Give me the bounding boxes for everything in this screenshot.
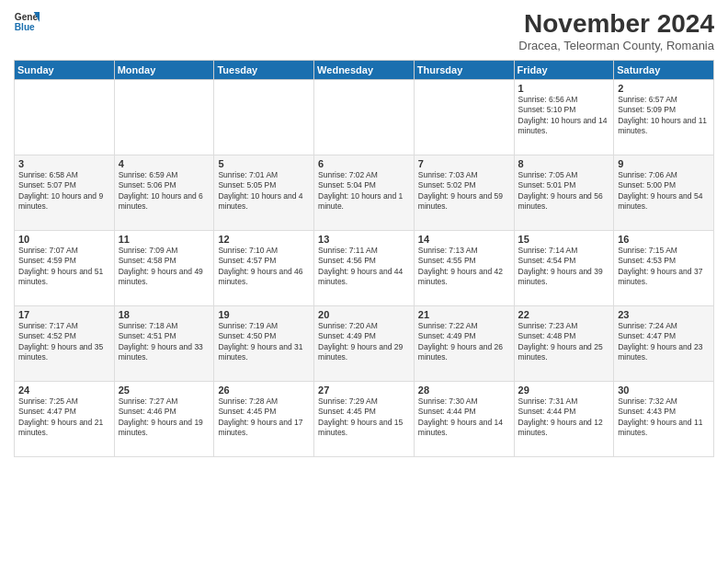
day-number: 13	[318, 234, 410, 245]
day-number: 4	[119, 158, 210, 169]
day-info: Sunrise: 7:11 AM Sunset: 4:56 PM Dayligh…	[318, 246, 410, 288]
day-number: 8	[518, 158, 610, 169]
day-info: Sunrise: 6:58 AM Sunset: 5:07 PM Dayligh…	[18, 170, 110, 213]
calendar-cell: 29Sunrise: 7:31 AM Sunset: 4:44 PM Dayli…	[514, 382, 614, 457]
day-number: 18	[119, 309, 210, 320]
day-number: 1	[518, 83, 610, 94]
calendar-week-2: 3Sunrise: 6:58 AM Sunset: 5:07 PM Daylig…	[15, 155, 714, 231]
calendar-cell: 28Sunrise: 7:30 AM Sunset: 4:44 PM Dayli…	[414, 382, 514, 457]
calendar-cell: 17Sunrise: 7:17 AM Sunset: 4:52 PM Dayli…	[15, 306, 115, 382]
page: General Blue November 2024 Dracea, Teleo…	[0, 0, 728, 563]
calendar-cell: 2Sunrise: 6:57 AM Sunset: 5:09 PM Daylig…	[614, 80, 714, 155]
day-number: 14	[418, 234, 510, 245]
header-sunday: Sunday	[15, 61, 115, 80]
logo-icon: General Blue	[14, 9, 40, 35]
day-info: Sunrise: 7:32 AM Sunset: 4:43 PM Dayligh…	[618, 396, 710, 439]
day-number: 2	[618, 83, 710, 94]
calendar-cell: 7Sunrise: 7:03 AM Sunset: 5:02 PM Daylig…	[414, 155, 514, 231]
day-number: 22	[518, 309, 610, 320]
day-info: Sunrise: 7:27 AM Sunset: 4:46 PM Dayligh…	[119, 396, 210, 439]
header-saturday: Saturday	[614, 61, 714, 80]
day-number: 24	[18, 385, 110, 396]
calendar-cell: 26Sunrise: 7:28 AM Sunset: 4:45 PM Dayli…	[214, 382, 314, 457]
calendar-cell	[414, 80, 514, 155]
day-number: 21	[418, 309, 510, 320]
month-title: November 2024	[518, 9, 714, 39]
day-info: Sunrise: 7:05 AM Sunset: 5:01 PM Dayligh…	[518, 170, 610, 213]
day-info: Sunrise: 7:20 AM Sunset: 4:49 PM Dayligh…	[318, 321, 410, 363]
day-number: 9	[618, 158, 710, 169]
day-info: Sunrise: 6:56 AM Sunset: 5:10 PM Dayligh…	[518, 95, 610, 137]
day-number: 15	[518, 234, 610, 245]
day-info: Sunrise: 7:07 AM Sunset: 4:59 PM Dayligh…	[18, 246, 110, 288]
header-monday: Monday	[114, 61, 214, 80]
day-info: Sunrise: 7:23 AM Sunset: 4:48 PM Dayligh…	[518, 321, 610, 363]
day-number: 29	[518, 385, 610, 396]
day-info: Sunrise: 6:57 AM Sunset: 5:09 PM Dayligh…	[618, 95, 710, 137]
calendar-cell: 22Sunrise: 7:23 AM Sunset: 4:48 PM Dayli…	[514, 306, 614, 382]
header-wednesday: Wednesday	[314, 61, 415, 80]
day-number: 25	[119, 385, 210, 396]
day-info: Sunrise: 7:15 AM Sunset: 4:53 PM Dayligh…	[618, 246, 710, 288]
day-info: Sunrise: 7:02 AM Sunset: 5:04 PM Dayligh…	[318, 170, 410, 213]
day-info: Sunrise: 7:09 AM Sunset: 4:58 PM Dayligh…	[119, 246, 210, 288]
subtitle: Dracea, Teleorman County, Romania	[518, 39, 714, 52]
calendar-cell: 19Sunrise: 7:19 AM Sunset: 4:50 PM Dayli…	[214, 306, 314, 382]
day-number: 6	[318, 158, 410, 169]
day-info: Sunrise: 7:06 AM Sunset: 5:00 PM Dayligh…	[618, 170, 710, 213]
calendar-week-5: 24Sunrise: 7:25 AM Sunset: 4:47 PM Dayli…	[15, 382, 714, 457]
calendar-cell: 8Sunrise: 7:05 AM Sunset: 5:01 PM Daylig…	[514, 155, 614, 231]
calendar-table: Sunday Monday Tuesday Wednesday Thursday…	[14, 60, 714, 457]
day-number: 30	[618, 385, 710, 396]
calendar-cell	[314, 80, 415, 155]
calendar-cell: 20Sunrise: 7:20 AM Sunset: 4:49 PM Dayli…	[314, 306, 415, 382]
calendar-cell: 3Sunrise: 6:58 AM Sunset: 5:07 PM Daylig…	[15, 155, 115, 231]
day-info: Sunrise: 6:59 AM Sunset: 5:06 PM Dayligh…	[119, 170, 210, 213]
calendar-cell: 5Sunrise: 7:01 AM Sunset: 5:05 PM Daylig…	[214, 155, 314, 231]
calendar-cell: 25Sunrise: 7:27 AM Sunset: 4:46 PM Dayli…	[114, 382, 214, 457]
calendar-week-3: 10Sunrise: 7:07 AM Sunset: 4:59 PM Dayli…	[15, 231, 714, 306]
calendar-cell	[114, 80, 214, 155]
calendar-week-4: 17Sunrise: 7:17 AM Sunset: 4:52 PM Dayli…	[15, 306, 714, 382]
day-number: 27	[318, 385, 410, 396]
title-area: November 2024 Dracea, Teleorman County, …	[518, 9, 714, 52]
day-info: Sunrise: 7:03 AM Sunset: 5:02 PM Dayligh…	[418, 170, 510, 213]
calendar-cell: 10Sunrise: 7:07 AM Sunset: 4:59 PM Dayli…	[15, 231, 115, 306]
day-info: Sunrise: 7:13 AM Sunset: 4:55 PM Dayligh…	[418, 246, 510, 288]
calendar-cell: 18Sunrise: 7:18 AM Sunset: 4:51 PM Dayli…	[114, 306, 214, 382]
calendar-cell: 11Sunrise: 7:09 AM Sunset: 4:58 PM Dayli…	[114, 231, 214, 306]
day-number: 17	[18, 309, 110, 320]
calendar-cell: 9Sunrise: 7:06 AM Sunset: 5:00 PM Daylig…	[614, 155, 714, 231]
day-number: 23	[618, 309, 710, 320]
calendar-cell: 23Sunrise: 7:24 AM Sunset: 4:47 PM Dayli…	[614, 306, 714, 382]
day-info: Sunrise: 7:01 AM Sunset: 5:05 PM Dayligh…	[218, 170, 310, 213]
day-info: Sunrise: 7:25 AM Sunset: 4:47 PM Dayligh…	[18, 396, 110, 439]
day-number: 20	[318, 309, 410, 320]
calendar-cell	[15, 80, 115, 155]
calendar-header-row: Sunday Monday Tuesday Wednesday Thursday…	[15, 61, 714, 80]
day-number: 3	[18, 158, 110, 169]
day-info: Sunrise: 7:18 AM Sunset: 4:51 PM Dayligh…	[119, 321, 210, 363]
day-number: 10	[18, 234, 110, 245]
day-number: 19	[218, 309, 310, 320]
day-number: 28	[418, 385, 510, 396]
calendar-cell: 21Sunrise: 7:22 AM Sunset: 4:49 PM Dayli…	[414, 306, 514, 382]
calendar-cell	[214, 80, 314, 155]
calendar-cell: 14Sunrise: 7:13 AM Sunset: 4:55 PM Dayli…	[414, 231, 514, 306]
day-info: Sunrise: 7:17 AM Sunset: 4:52 PM Dayligh…	[18, 321, 110, 363]
calendar-cell: 6Sunrise: 7:02 AM Sunset: 5:04 PM Daylig…	[314, 155, 415, 231]
calendar-cell: 16Sunrise: 7:15 AM Sunset: 4:53 PM Dayli…	[614, 231, 714, 306]
header-friday: Friday	[514, 61, 614, 80]
calendar-cell: 27Sunrise: 7:29 AM Sunset: 4:45 PM Dayli…	[314, 382, 415, 457]
day-number: 7	[418, 158, 510, 169]
header-thursday: Thursday	[414, 61, 514, 80]
calendar-cell: 30Sunrise: 7:32 AM Sunset: 4:43 PM Dayli…	[614, 382, 714, 457]
calendar-week-1: 1Sunrise: 6:56 AM Sunset: 5:10 PM Daylig…	[15, 80, 714, 155]
day-number: 5	[218, 158, 310, 169]
day-info: Sunrise: 7:29 AM Sunset: 4:45 PM Dayligh…	[318, 396, 410, 439]
calendar-cell: 1Sunrise: 6:56 AM Sunset: 5:10 PM Daylig…	[514, 80, 614, 155]
day-number: 26	[218, 385, 310, 396]
calendar-cell: 13Sunrise: 7:11 AM Sunset: 4:56 PM Dayli…	[314, 231, 415, 306]
day-info: Sunrise: 7:31 AM Sunset: 4:44 PM Dayligh…	[518, 396, 610, 439]
header: General Blue November 2024 Dracea, Teleo…	[14, 9, 714, 52]
